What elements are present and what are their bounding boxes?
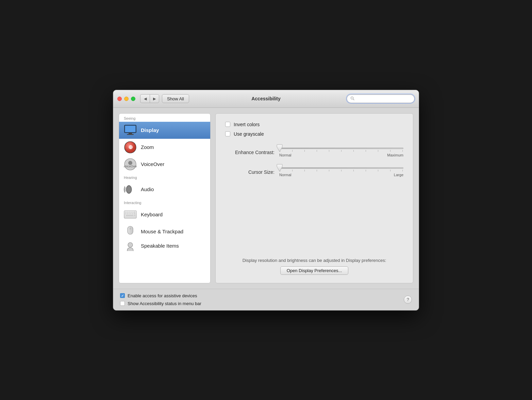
sidebar-item-voiceover[interactable]: VoiceOver VoiceOver xyxy=(119,156,210,173)
svg-rect-15 xyxy=(127,212,129,213)
svg-rect-3 xyxy=(125,126,135,132)
zoom-label: Zoom xyxy=(141,144,154,150)
svg-text:VoiceOver: VoiceOver xyxy=(124,165,137,168)
titlebar: ◀ ▶ Show All Accessibility xyxy=(113,90,419,108)
display-note-section: Display resolution and brightness can be… xyxy=(225,251,403,275)
forward-button[interactable]: ▶ xyxy=(150,94,159,103)
cursor-size-track xyxy=(279,167,403,169)
svg-line-1 xyxy=(353,99,354,100)
svg-rect-26 xyxy=(134,215,135,216)
cursor-size-labels: Normal Large xyxy=(279,173,403,177)
svg-point-30 xyxy=(128,243,133,247)
sidebar-item-speakable-items[interactable]: Speakable Items xyxy=(119,240,210,251)
sidebar-item-display[interactable]: Display xyxy=(119,122,210,139)
enhance-contrast-thumb[interactable] xyxy=(277,144,283,152)
invert-colors-row: Invert colors xyxy=(225,122,403,127)
sidebar-item-mouse-trackpad[interactable]: Mouse & Trackpad xyxy=(119,223,210,240)
enhance-contrast-max-label: Maximum xyxy=(387,153,403,157)
close-button[interactable] xyxy=(117,97,122,101)
content-area: Seeing Display xyxy=(113,108,419,289)
svg-rect-25 xyxy=(126,215,133,216)
zoom-icon: ⊕ xyxy=(124,141,137,154)
cursor-size-label: Cursor Size: xyxy=(225,169,275,175)
audio-label: Audio xyxy=(141,186,154,192)
cursor-size-ticks xyxy=(279,170,403,171)
window-title: Accessibility xyxy=(251,96,281,101)
svg-point-0 xyxy=(351,97,353,99)
svg-rect-20 xyxy=(127,213,128,214)
enhance-contrast-slider-container: Normal Maximum xyxy=(279,148,403,157)
enhance-contrast-label: Enhance Contrast: xyxy=(225,150,275,155)
search-icon xyxy=(350,96,354,101)
voiceover-label: VoiceOver xyxy=(141,161,164,167)
show-status-checkbox[interactable] xyxy=(120,301,125,306)
use-grayscale-checkbox[interactable] xyxy=(225,131,230,136)
enable-assistive-label: Enable access for assistive devices xyxy=(128,293,197,298)
svg-rect-17 xyxy=(131,212,133,213)
show-all-button[interactable]: Show All xyxy=(162,94,189,103)
keyboard-label: Keyboard xyxy=(141,212,163,217)
mouse-trackpad-label: Mouse & Trackpad xyxy=(141,229,183,234)
show-status-label: Show Accessibility status in menu bar xyxy=(128,301,201,306)
svg-point-29 xyxy=(130,228,131,229)
enhance-contrast-track xyxy=(279,148,403,149)
cursor-size-slider-container: Normal Large xyxy=(279,167,403,177)
svg-rect-14 xyxy=(125,212,127,213)
cursor-size-thumb[interactable] xyxy=(277,164,283,172)
svg-point-12 xyxy=(127,186,131,193)
enable-assistive-row: ✓ Enable access for assistive devices xyxy=(120,293,201,298)
cursor-size-min-label: Normal xyxy=(279,173,291,177)
svg-rect-5 xyxy=(127,134,134,135)
help-button[interactable]: ? xyxy=(404,296,412,304)
enhance-contrast-min-label: Normal xyxy=(279,153,291,157)
svg-rect-18 xyxy=(133,212,135,213)
back-button[interactable]: ◀ xyxy=(140,94,150,103)
cursor-size-max-label: Large xyxy=(394,173,403,177)
speakable-items-icon xyxy=(124,241,137,251)
open-display-preferences-button[interactable]: Open Display Preferences... xyxy=(280,266,349,275)
enhance-contrast-row: Enhance Contrast: xyxy=(225,148,403,157)
display-label: Display xyxy=(141,127,159,133)
use-grayscale-label: Use grayscale xyxy=(234,131,264,137)
svg-text:⊕: ⊕ xyxy=(128,144,133,150)
sidebar-item-zoom[interactable]: ⊕ Zoom xyxy=(119,139,210,156)
sidebar-item-audio[interactable]: Audio xyxy=(119,181,210,198)
svg-rect-24 xyxy=(134,213,135,214)
voiceover-icon: VoiceOver xyxy=(124,158,137,171)
maximize-button[interactable] xyxy=(131,97,135,101)
enable-assistive-checkbox[interactable]: ✓ xyxy=(120,293,125,298)
display-icon xyxy=(124,124,137,137)
sidebar: Seeing Display xyxy=(119,113,211,283)
section-hearing-label: Hearing xyxy=(119,173,210,181)
nav-buttons: ◀ ▶ xyxy=(140,94,159,103)
section-seeing-label: Seeing xyxy=(119,114,210,122)
audio-icon xyxy=(124,183,137,196)
sidebar-item-keyboard[interactable]: Keyboard xyxy=(119,206,210,223)
svg-rect-22 xyxy=(130,213,131,214)
mouse-trackpad-icon xyxy=(124,225,137,238)
display-note-text: Display resolution and brightness can be… xyxy=(225,258,403,263)
invert-colors-label: Invert colors xyxy=(234,122,260,127)
main-panel: Invert colors Use grayscale Enhance Cont… xyxy=(215,113,413,283)
minimize-button[interactable] xyxy=(124,97,129,101)
use-grayscale-row: Use grayscale xyxy=(225,131,403,137)
enhance-contrast-section: Enhance Contrast: xyxy=(225,148,403,187)
invert-colors-checkbox[interactable] xyxy=(225,122,230,127)
svg-rect-19 xyxy=(125,213,126,214)
search-input[interactable] xyxy=(356,96,411,101)
svg-rect-23 xyxy=(132,213,133,214)
search-box[interactable] xyxy=(347,94,415,103)
enhance-contrast-labels: Normal Maximum xyxy=(279,153,403,157)
bottom-bar: ✓ Enable access for assistive devices Sh… xyxy=(113,289,419,310)
checkmark-icon: ✓ xyxy=(121,294,124,298)
svg-rect-21 xyxy=(129,213,130,214)
window-controls xyxy=(117,97,135,101)
bottom-checkboxes: ✓ Enable access for assistive devices Sh… xyxy=(120,293,201,306)
section-interacting-label: Interacting xyxy=(119,198,210,206)
svg-rect-16 xyxy=(129,212,131,213)
keyboard-icon xyxy=(124,208,137,221)
enhance-contrast-ticks xyxy=(279,150,403,152)
speakable-items-label: Speakable Items xyxy=(141,241,179,249)
show-status-row: Show Accessibility status in menu bar xyxy=(120,301,201,306)
cursor-size-row: Cursor Size: xyxy=(225,167,403,177)
